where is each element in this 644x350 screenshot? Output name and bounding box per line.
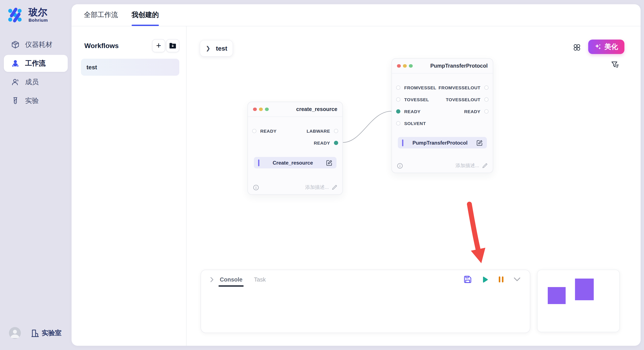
pencil-icon[interactable] <box>332 184 337 190</box>
import-workflow-button[interactable] <box>166 39 179 52</box>
tab-all-workflows[interactable]: 全部工作流 <box>84 4 118 26</box>
workflow-list-item[interactable]: test <box>81 59 179 76</box>
traffic-red-dot <box>397 64 400 68</box>
sidebar-item-experiments[interactable]: 实验 <box>4 92 68 109</box>
traffic-green-dot <box>409 64 412 68</box>
sidebar-item-label: 仪器耗材 <box>25 40 52 49</box>
traffic-green-dot <box>265 108 268 111</box>
edit-icon[interactable] <box>326 160 332 166</box>
description-placeholder[interactable]: 添加描述... <box>456 163 479 169</box>
node-header[interactable]: create_resource <box>248 102 342 117</box>
edge-create-resource-to-pump[interactable] <box>343 111 392 143</box>
input-port-solvent[interactable]: SOLVENT <box>396 121 426 126</box>
workspace-label[interactable]: 实验室 <box>42 329 62 338</box>
filter-funnel-icon <box>611 61 619 69</box>
port-circle[interactable] <box>484 109 488 114</box>
lab-building-icon <box>31 329 39 338</box>
command-icon <box>573 44 580 51</box>
sidebar-item-instruments[interactable]: 仪器耗材 <box>4 36 68 53</box>
plus-icon: + <box>156 41 161 49</box>
edit-icon[interactable] <box>476 140 482 146</box>
traffic-yellow-dot <box>259 108 262 111</box>
pencil-icon[interactable] <box>482 163 488 169</box>
chevron-right-icon <box>210 277 214 282</box>
pause-button[interactable] <box>498 276 504 283</box>
console-panel: Console Task <box>200 270 530 333</box>
traffic-yellow-dot <box>403 64 406 68</box>
workflow-icon <box>11 59 20 68</box>
annotation-arrow <box>469 204 485 263</box>
input-port-fromvessel[interactable]: FROMVESSEL <box>396 85 436 90</box>
filter-button[interactable] <box>611 61 620 70</box>
sidebar-item-workflows[interactable]: 工作流 <box>4 55 68 72</box>
workflows-panel-title: Workflows <box>84 42 152 49</box>
node-footer: 添加描述... <box>253 184 337 190</box>
traffic-red-dot <box>253 108 256 111</box>
avatar[interactable] <box>9 327 21 339</box>
sidebar-footer: 实验室 <box>9 327 62 339</box>
node-pill-create-resource[interactable]: Create_resource <box>254 157 336 169</box>
sidebar-item-members[interactable]: 成员 <box>4 74 68 91</box>
beautify-button[interactable]: 美化 <box>588 39 624 54</box>
sidebar: 玻尔 Bohrium 仪器耗材 工作流 <box>0 0 72 350</box>
brand-logo: 玻尔 Bohrium <box>6 5 48 24</box>
output-port-fromvesselout[interactable]: FROMVESSELOUT <box>438 85 488 90</box>
port-circle[interactable] <box>334 129 338 133</box>
brand-name-en: Bohrium <box>28 17 48 22</box>
port-circle[interactable] <box>396 109 400 114</box>
port-circle[interactable] <box>396 85 400 90</box>
node-title: PumpTransferProtocol <box>430 63 488 69</box>
run-button[interactable] <box>481 276 488 283</box>
description-placeholder[interactable]: 添加描述... <box>305 184 329 190</box>
port-circle[interactable] <box>396 121 400 126</box>
port-circle[interactable] <box>252 129 256 133</box>
port-circle[interactable] <box>396 97 400 102</box>
console-tab-console[interactable]: Console <box>220 276 242 283</box>
minimap-node-create-resource <box>548 287 566 304</box>
command-palette-button[interactable] <box>572 43 581 51</box>
input-port-tovessel[interactable]: TOVESSEL <box>396 97 429 102</box>
port-circle[interactable] <box>484 85 488 90</box>
minimap[interactable] <box>537 270 620 332</box>
node-title: create_resource <box>296 106 337 112</box>
workflows-panel: Workflows + test <box>72 26 186 346</box>
output-port-tovesselout[interactable]: TOVESSELOUT <box>446 97 488 102</box>
info-icon[interactable] <box>397 163 403 169</box>
tab-created-by-me[interactable]: 我创建的 <box>132 4 159 26</box>
breadcrumb[interactable]: ❯ test <box>200 40 233 57</box>
sparkles-icon <box>594 43 602 50</box>
node-header[interactable]: PumpTransferProtocol <box>392 59 493 74</box>
sidebar-nav: 仪器耗材 工作流 成员 <box>4 36 68 111</box>
node-footer: 添加描述... <box>397 163 488 169</box>
sidebar-item-label: 实验 <box>25 96 39 105</box>
save-button[interactable] <box>464 276 472 283</box>
node-pump-transfer-protocol[interactable]: PumpTransferProtocol FROMVESSEL FROMVESS… <box>392 58 493 173</box>
brand-name-zh: 玻尔 <box>28 7 48 17</box>
output-port-ready[interactable]: READY <box>314 140 338 146</box>
package-icon <box>11 40 20 49</box>
chevron-right-icon: ❯ <box>206 45 210 51</box>
workflow-canvas[interactable]: ❯ test 美化 <box>186 26 640 346</box>
node-pill-pump-transfer[interactable]: PumpTransferProtocol <box>398 137 487 149</box>
header-tabs: 全部工作流 我创建的 <box>72 4 640 26</box>
bohrium-logo-icon <box>6 5 24 24</box>
members-icon <box>11 78 20 86</box>
info-icon[interactable] <box>253 184 259 190</box>
collapse-console-button[interactable] <box>514 277 520 282</box>
add-workflow-button[interactable]: + <box>152 39 165 52</box>
input-port-ready[interactable]: READY <box>396 109 420 114</box>
node-create-resource[interactable]: create_resource READY LABWARE <box>248 102 343 195</box>
app-window: 玻尔 Bohrium 仪器耗材 工作流 <box>0 0 644 350</box>
console-expand-button[interactable] <box>210 277 214 282</box>
output-port-ready[interactable]: READY <box>464 109 488 114</box>
minimap-node-pump-transfer <box>575 279 594 300</box>
output-port-labware[interactable]: LABWARE <box>307 128 338 134</box>
main-panel: 全部工作流 我创建的 Workflows + <box>72 4 640 346</box>
console-tab-task[interactable]: Task <box>254 276 266 283</box>
folder-download-icon <box>169 42 176 49</box>
sidebar-item-label: 成员 <box>25 78 39 87</box>
port-circle[interactable] <box>484 97 488 102</box>
port-circle[interactable] <box>334 141 338 145</box>
input-port-ready[interactable]: READY <box>252 128 277 134</box>
user-icon <box>9 327 21 339</box>
